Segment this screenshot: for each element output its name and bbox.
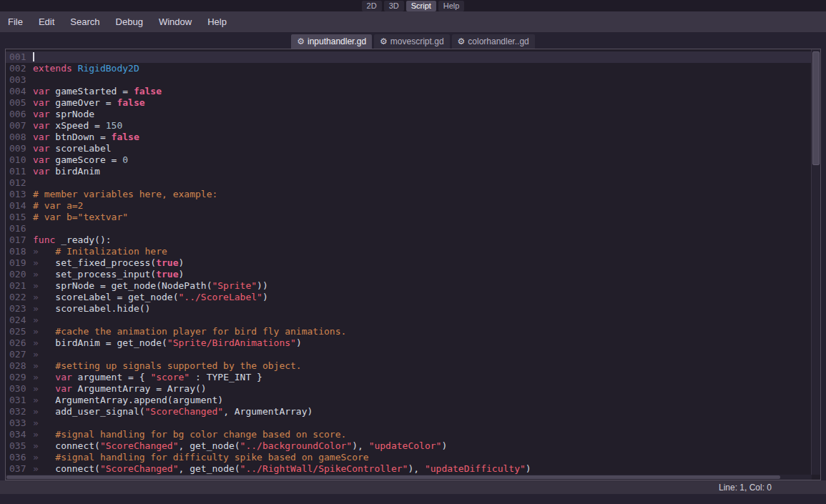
code-segment: » xyxy=(33,452,55,463)
code-line[interactable]: 032» add_user_signal("ScoreChanged", Arg… xyxy=(6,406,820,417)
code-segment: » xyxy=(33,315,39,325)
code-line[interactable]: 009var scoreLabel xyxy=(6,143,820,154)
code-text: » xyxy=(33,349,39,360)
code-line[interactable]: 010var gameScore = 0 xyxy=(6,154,820,166)
script-tab-inputhandler-gd[interactable]: ⚙inputhandler.gd xyxy=(291,34,372,49)
code-line[interactable]: 003 xyxy=(6,74,820,86)
code-text: » connect("ScoreChanged", get_node("../R… xyxy=(33,463,531,474)
code-line[interactable]: 013# member variables here, example: xyxy=(6,189,820,200)
code-line[interactable]: 029» var argument = { "score" : TYPE_INT… xyxy=(6,372,820,383)
code-line[interactable]: 030» var ArgumentArray = Array() xyxy=(6,383,820,395)
code-segment: scoreLabel.hide() xyxy=(55,303,150,314)
line-number: 004 xyxy=(6,86,29,97)
code-line[interactable]: 031» ArgumentArray.append(argument) xyxy=(6,395,820,406)
line-number: 020 xyxy=(6,269,29,280)
code-line[interactable]: 004var gameStarted = false xyxy=(6,86,820,97)
menu-edit[interactable]: Edit xyxy=(31,16,62,27)
code-segment: ) xyxy=(179,257,185,268)
code-segment: » xyxy=(33,269,55,280)
code-segment: » xyxy=(33,463,55,474)
code-line[interactable]: 034» #signal handling for bg color chang… xyxy=(6,429,820,440)
gear-icon: ⚙ xyxy=(297,37,305,46)
script-tab-label: movescript.gd xyxy=(390,36,444,46)
code-line[interactable]: 011var birdAnim xyxy=(6,166,820,177)
code-line[interactable]: 015# var b="textvar" xyxy=(6,212,820,223)
code-line[interactable]: 022» scoreLabel = get_node("../ScoreLabe… xyxy=(6,292,820,303)
code-line[interactable]: 005var gameOver = false xyxy=(6,97,820,109)
code-line[interactable]: 033» xyxy=(6,417,820,429)
workspace-tab-script[interactable]: Script xyxy=(406,1,436,11)
code-segment: "Sprite/BirdAnimations" xyxy=(167,337,296,348)
script-tab-movescript-gd[interactable]: ⚙movescript.gd xyxy=(374,34,449,49)
code-line[interactable]: 014# var a=2 xyxy=(6,200,820,212)
code-segment: "ScoreChanged" xyxy=(100,440,179,451)
code-segment: birdAnim = get_node( xyxy=(55,337,167,348)
vertical-scrollbar-thumb[interactable] xyxy=(812,51,820,165)
code-editor[interactable]: 001002extends RigidBody2D003004var gameS… xyxy=(5,49,821,480)
code-line[interactable]: 012 xyxy=(6,177,820,189)
menu-search[interactable]: Search xyxy=(62,16,107,27)
line-number: 005 xyxy=(6,97,29,109)
code-segment: set_fixed_process( xyxy=(55,257,156,268)
code-line[interactable]: 007var xSpeed = 150 xyxy=(6,120,820,132)
code-segment: "../RightWall/SpikeController" xyxy=(240,463,408,474)
code-segment: set_process_input( xyxy=(55,269,156,280)
code-line[interactable]: 035» connect("ScoreChanged", get_node(".… xyxy=(6,440,820,452)
code-line[interactable]: 026» birdAnim = get_node("Sprite/BirdAni… xyxy=(6,337,820,349)
code-text: var gameScore = 0 xyxy=(33,154,128,165)
code-lines[interactable]: 001002extends RigidBody2D003004var gameS… xyxy=(6,49,820,475)
menu-help[interactable]: Help xyxy=(200,16,235,27)
menu-bar: FileEditSearchDebugWindowHelp xyxy=(0,11,826,32)
code-text: » sprNode = get_node(NodePath("Sprite")) xyxy=(33,280,268,291)
code-line[interactable]: 036» #signal handling for difficulty spi… xyxy=(6,452,820,463)
code-line[interactable]: 006var sprNode xyxy=(6,109,820,120)
workspace-tab-2d[interactable]: 2D xyxy=(362,1,382,11)
status-bar: Line: 1, Col: 0 xyxy=(0,480,826,494)
code-segment: » xyxy=(33,429,55,440)
code-segment: #signal handling for bg color change bas… xyxy=(55,429,346,440)
godot-editor-window: 2D3DScriptHelp FileEditSearchDebugWindow… xyxy=(0,0,826,504)
code-line[interactable]: 028» #setting up signals supported by th… xyxy=(6,360,820,372)
vertical-scrollbar[interactable] xyxy=(811,49,820,475)
code-segment: » xyxy=(33,349,39,360)
line-number: 035 xyxy=(6,440,29,452)
code-line[interactable]: 023» scoreLabel.hide() xyxy=(6,303,820,315)
code-segment: » xyxy=(33,326,55,337)
code-segment: sprNode = get_node(NodePath( xyxy=(55,280,212,291)
horizontal-scrollbar[interactable] xyxy=(6,475,812,480)
line-number: 016 xyxy=(6,223,29,234)
code-line[interactable]: 019» set_fixed_process(true) xyxy=(6,257,820,269)
code-text: extends RigidBody2D xyxy=(33,63,139,74)
workspace-tab-3d[interactable]: 3D xyxy=(384,1,404,11)
line-number: 027 xyxy=(6,349,29,360)
code-line[interactable]: 024» xyxy=(6,315,820,326)
code-line[interactable]: 008var btnDown = false xyxy=(6,132,820,143)
line-number: 030 xyxy=(6,383,29,395)
code-line[interactable]: 016 xyxy=(6,223,820,234)
code-line[interactable]: 037» connect("ScoreChanged", get_node(".… xyxy=(6,463,820,475)
code-line[interactable]: 027» xyxy=(6,349,820,360)
code-line[interactable]: 021» sprNode = get_node(NodePath("Sprite… xyxy=(6,280,820,292)
menu-file[interactable]: File xyxy=(0,16,31,27)
code-line[interactable]: 018» # Initalization here xyxy=(6,246,820,257)
horizontal-scrollbar-thumb[interactable] xyxy=(6,475,780,479)
workspace-tab-help[interactable]: Help xyxy=(438,1,465,11)
code-line[interactable]: 001 xyxy=(6,51,820,63)
code-segment: var xyxy=(33,166,49,177)
menu-window[interactable]: Window xyxy=(151,16,200,27)
code-line[interactable]: 002extends RigidBody2D xyxy=(6,63,820,74)
code-segment: "Sprite" xyxy=(212,280,257,291)
code-segment: var xyxy=(33,120,49,131)
code-text: func _ready(): xyxy=(33,234,112,245)
code-segment: "ScoreChanged" xyxy=(145,406,224,417)
line-number: 010 xyxy=(6,154,29,166)
code-segment: , ArgumentArray) xyxy=(223,406,313,417)
code-line[interactable]: 020» set_process_input(true) xyxy=(6,269,820,280)
line-number: 012 xyxy=(6,177,29,189)
script-tab-colorhandler-gd[interactable]: ⚙colorhandler..gd xyxy=(452,34,535,49)
code-line[interactable]: 017func _ready(): xyxy=(6,234,820,246)
menu-debug[interactable]: Debug xyxy=(108,16,151,27)
script-tab-label: colorhandler..gd xyxy=(468,36,528,46)
code-line[interactable]: 025» #cache the animation player for bir… xyxy=(6,326,820,337)
code-segment: var xyxy=(33,109,49,119)
